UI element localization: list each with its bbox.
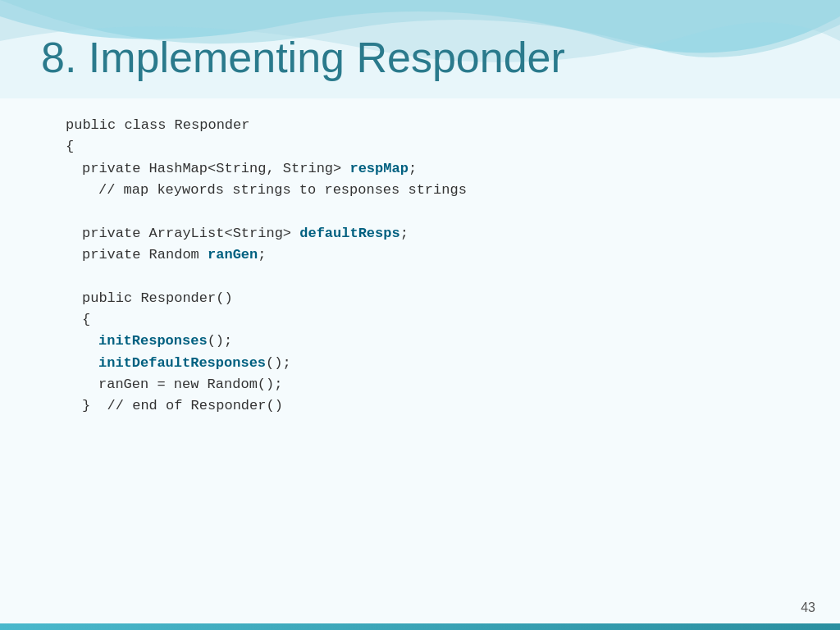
slide-content: public class Responder { private HashMap… <box>49 115 791 589</box>
code-line-2: { <box>66 136 791 158</box>
code-line-5: private ArrayList<String> defaultResps; <box>82 223 791 244</box>
page-number: 43 <box>801 600 815 615</box>
code-line-blank2 <box>49 266 791 287</box>
code-line-3: private HashMap<String, String> respMap; <box>82 158 791 180</box>
code-line-blank1 <box>49 201 791 222</box>
highlight-defaultresps: defaultResps <box>299 226 399 241</box>
highlight-respmap: respMap <box>349 161 408 176</box>
code-line-1: public class Responder <box>66 115 791 136</box>
slide: 8. Implementing Responder public class R… <box>0 0 840 630</box>
code-line-4: // map keywords strings to responses str… <box>98 180 791 201</box>
code-line-9: initResponses(); <box>98 331 791 352</box>
highlight-initresponses: initResponses <box>98 333 208 349</box>
code-line-11: ranGen = new Random(); <box>98 374 791 395</box>
code-line-6: private Random ranGen; <box>82 244 791 266</box>
code-line-12: } // end of Responder() <box>82 395 791 417</box>
code-block: public class Responder { private HashMap… <box>49 115 791 418</box>
code-line-7: public Responder() <box>82 288 791 309</box>
code-line-8: { <box>82 309 791 331</box>
slide-title: 8. Implementing Responder <box>41 33 565 82</box>
highlight-initdefaultresponses: initDefaultResponses <box>98 355 266 371</box>
bottom-bar <box>0 623 840 630</box>
highlight-rangen: ranGen <box>208 247 258 262</box>
code-line-10: initDefaultResponses(); <box>98 353 791 374</box>
